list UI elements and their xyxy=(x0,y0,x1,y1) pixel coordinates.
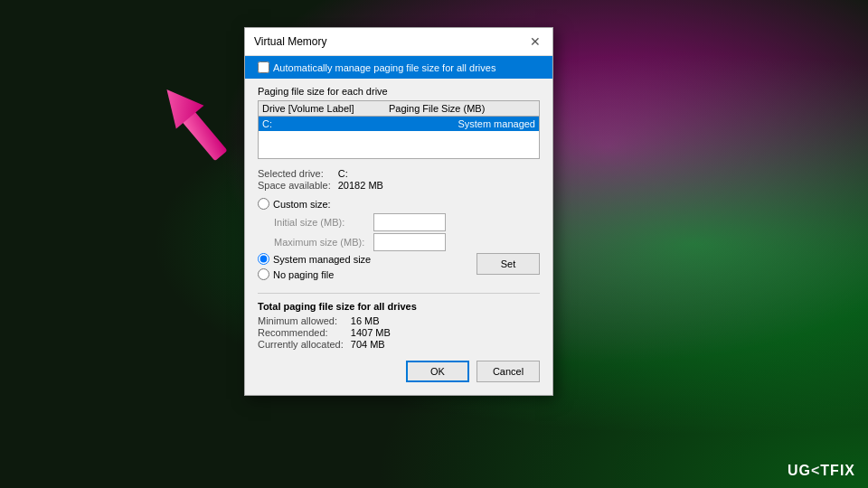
selected-drive-info: Selected drive: C: Space available: 2018… xyxy=(258,168,540,191)
dialog-body: Automatically manage paging file size fo… xyxy=(245,56,552,395)
system-managed-area: System managed size No paging file Set xyxy=(258,253,540,284)
col1-header: Drive [Volume Label] xyxy=(262,103,389,114)
initial-size-input[interactable] xyxy=(373,213,446,231)
total-grid: Minimum allowed: 16 MB Recommended: 1407… xyxy=(258,315,540,350)
virtual-memory-dialog: Virtual Memory ✕ Automatically manage pa… xyxy=(244,27,553,396)
auto-manage-checkbox[interactable] xyxy=(258,61,269,73)
allocated-value: 704 MB xyxy=(351,339,540,350)
system-managed-radio[interactable] xyxy=(258,253,269,265)
maximum-size-input[interactable] xyxy=(373,233,446,251)
auto-manage-label[interactable]: Automatically manage paging file size fo… xyxy=(273,62,495,73)
drive-cell: C: xyxy=(262,118,389,129)
table-row[interactable]: C: System managed xyxy=(259,117,539,131)
dialog-titlebar: Virtual Memory ✕ xyxy=(245,28,552,56)
size-cell: System managed xyxy=(389,118,535,129)
custom-size-row: Custom size: xyxy=(258,198,540,210)
paging-section: Paging file size for each drive Drive [V… xyxy=(258,86,540,382)
selected-drive-label: Selected drive: xyxy=(258,168,331,179)
set-button[interactable]: Set xyxy=(476,253,540,275)
system-managed-row: System managed size xyxy=(258,253,371,265)
watermark: UG<TFIX xyxy=(788,463,855,479)
minimum-label: Minimum allowed: xyxy=(258,315,344,326)
custom-size-label[interactable]: Custom size: xyxy=(273,199,331,210)
no-paging-radio[interactable] xyxy=(258,268,269,280)
minimum-value: 16 MB xyxy=(351,315,540,326)
maximum-size-label: Maximum size (MB): xyxy=(274,237,373,248)
button-row: OK Cancel xyxy=(258,361,540,382)
ok-button[interactable]: OK xyxy=(406,361,469,382)
allocated-label: Currently allocated: xyxy=(258,339,344,350)
recommended-label: Recommended: xyxy=(258,327,344,338)
paging-section-label: Paging file size for each drive xyxy=(258,86,540,97)
drive-table-header: Drive [Volume Label] Paging File Size (M… xyxy=(259,101,539,117)
no-paging-label[interactable]: No paging file xyxy=(273,269,334,280)
close-button[interactable]: ✕ xyxy=(527,33,543,50)
no-paging-row: No paging file xyxy=(258,268,371,280)
recommended-value: 1407 MB xyxy=(351,327,540,338)
selected-drive-value: C: xyxy=(338,168,540,179)
col2-header: Paging File Size (MB) xyxy=(389,103,535,114)
space-available-label: Space available: xyxy=(258,180,331,191)
drive-table: Drive [Volume Label] Paging File Size (M… xyxy=(258,100,540,159)
auto-manage-row: Automatically manage paging file size fo… xyxy=(245,56,552,79)
initial-size-row: Initial size (MB): xyxy=(274,213,540,231)
cancel-button[interactable]: Cancel xyxy=(476,361,540,382)
watermark-arrow: < xyxy=(811,463,820,478)
initial-size-label: Initial size (MB): xyxy=(274,217,373,228)
total-section: Total paging file size for all drives Mi… xyxy=(258,293,540,350)
total-title: Total paging file size for all drives xyxy=(258,301,540,312)
system-managed-label[interactable]: System managed size xyxy=(273,254,371,265)
space-available-value: 20182 MB xyxy=(338,180,540,191)
system-managed-left: System managed size No paging file xyxy=(258,253,371,284)
maximum-size-row: Maximum size (MB): xyxy=(274,233,540,251)
set-btn-container: Set xyxy=(476,253,540,277)
radio-section: Custom size: Initial size (MB): Maximum … xyxy=(258,198,540,284)
custom-size-radio[interactable] xyxy=(258,198,269,210)
dialog-title: Virtual Memory xyxy=(254,35,326,48)
table-empty-row xyxy=(259,131,539,158)
